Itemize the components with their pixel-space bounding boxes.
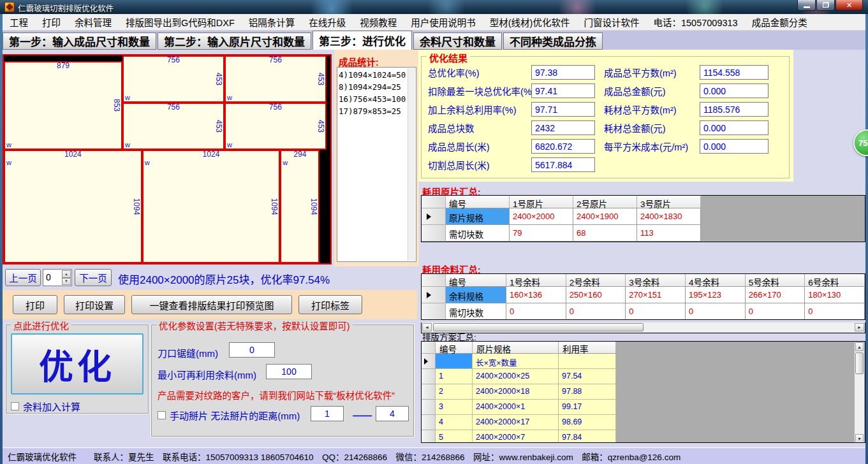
grid-value-cell[interactable]: 0 xyxy=(506,303,566,320)
grid-value-cell[interactable]: 2400×1900 xyxy=(573,208,637,225)
menu-item[interactable]: 型材(线材)优化软件 xyxy=(483,14,577,30)
grid-col-header[interactable]: 1号原片 xyxy=(510,196,573,208)
menu-item[interactable]: 门窗设计软件 xyxy=(577,14,646,30)
grid-value-cell[interactable]: 180×130 xyxy=(805,287,865,303)
optimize-button[interactable]: 优化 xyxy=(11,333,143,395)
plan-id-cell[interactable]: 3 xyxy=(436,400,473,415)
grid-col-header[interactable]: 3号原片 xyxy=(637,196,701,208)
menu-item[interactable]: 电话：15057009313 xyxy=(646,14,744,30)
tab-item[interactable]: 不同种类成品分拣 xyxy=(503,33,603,50)
prev-page-button[interactable]: 上一页 xyxy=(5,269,41,286)
minimize-button[interactable] xyxy=(797,0,816,11)
leftover-hscrollbar[interactable]: ◄ ► xyxy=(421,323,865,333)
plan-spec-cell[interactable]: 长×宽×数量 xyxy=(473,354,559,369)
menu-item[interactable]: 余料管理 xyxy=(68,14,119,30)
result-value-input[interactable] xyxy=(700,139,769,154)
glass-piece[interactable]: 756453w xyxy=(122,103,224,150)
product-stats-list[interactable]: 4)1094×1024=508)1094×294=2516)756×453=10… xyxy=(337,67,416,262)
grid-name-cell[interactable]: 原片规格 xyxy=(446,208,510,225)
menu-item[interactable]: 成品金额分类 xyxy=(745,14,814,30)
plan-id-cell[interactable] xyxy=(436,354,473,369)
plan-spec-cell[interactable]: 2400×2000×1 xyxy=(473,400,559,415)
plan-rate-cell[interactable]: 97.88 xyxy=(559,384,616,400)
grid-col-header[interactable]: 6号余料 xyxy=(805,274,865,287)
grid-value-cell[interactable]: 195×123 xyxy=(686,287,746,303)
scroll-up-icon[interactable]: ▲ xyxy=(855,342,864,351)
plan-spec-cell[interactable]: 2400×2000×25 xyxy=(473,369,559,384)
plan-col-header[interactable]: 利用率 xyxy=(559,342,616,354)
result-value-input[interactable] xyxy=(531,120,595,135)
glass-piece[interactable]: 879853w xyxy=(4,61,122,150)
cutting-layout-diagram[interactable]: 879853w756453w756453w756453w756453w10241… xyxy=(3,54,332,265)
stat-item[interactable]: 16)756×453=100 xyxy=(339,93,416,105)
result-value-input[interactable] xyxy=(531,139,595,154)
menu-item[interactable]: 工程 xyxy=(3,14,35,30)
plan-rate-cell[interactable]: 97.54 xyxy=(559,369,616,384)
break-range-from-input[interactable] xyxy=(311,406,344,421)
manual-break-checkbox[interactable] xyxy=(158,411,166,419)
grid-value-cell[interactable]: 0 xyxy=(566,303,626,320)
grid-value-cell[interactable]: 250×160 xyxy=(566,287,626,303)
spinner-down-icon[interactable]: ▼ xyxy=(62,278,71,286)
grid-value-cell[interactable]: 0 xyxy=(626,303,686,320)
result-value-input[interactable] xyxy=(700,83,769,98)
scroll-right-icon[interactable]: ► xyxy=(855,323,864,331)
result-value-input[interactable] xyxy=(531,102,595,117)
scroll-down-icon[interactable]: ▼ xyxy=(855,434,864,443)
glass-piece[interactable]: 10241094w xyxy=(142,150,281,263)
result-value-input[interactable] xyxy=(700,120,769,135)
tab-item[interactable]: 第二步：输入原片尺寸和数量 xyxy=(158,33,311,50)
stats-scrollbar[interactable] xyxy=(408,68,415,261)
stat-item[interactable]: 17)879×853=25 xyxy=(339,105,416,117)
print-button-1[interactable]: 打印设置 xyxy=(64,295,125,314)
menu-item[interactable]: 用户使用说明书 xyxy=(404,14,483,30)
print-button-2[interactable]: 一键查看排版结果打印预览图 xyxy=(131,295,292,314)
grid-value-cell[interactable]: 0 xyxy=(686,303,746,320)
grid-value-cell[interactable]: 266×170 xyxy=(746,287,805,303)
grid-col-header[interactable]: 1号余料 xyxy=(506,274,566,287)
vscroll-thumb[interactable] xyxy=(855,352,864,374)
min-leftover-input[interactable] xyxy=(266,364,312,379)
menu-item[interactable]: 视频教程 xyxy=(353,14,404,30)
stat-item[interactable]: 8)1094×294=25 xyxy=(339,81,416,93)
glass-piece[interactable]: 2941094w xyxy=(280,150,320,263)
plan-spec-cell[interactable]: 2400×2000×7 xyxy=(473,430,559,443)
tab-item[interactable]: 第一步：输入成品尺寸和数量 xyxy=(3,33,156,50)
plan-col-header[interactable]: 编号 xyxy=(436,342,473,354)
result-value-input[interactable] xyxy=(700,65,769,80)
print-button-0[interactable]: 打印 xyxy=(13,295,57,314)
grid-col-header[interactable]: 3号余料 xyxy=(626,274,686,287)
plan-id-cell[interactable]: 1 xyxy=(436,369,473,384)
grid-name-cell[interactable]: 余料规格 xyxy=(446,287,506,303)
restore-button[interactable] xyxy=(816,0,835,11)
menu-item[interactable]: 排版图导出到G代码和DXF xyxy=(119,14,242,30)
result-value-input[interactable] xyxy=(531,65,595,80)
grid-value-cell[interactable]: 270×151 xyxy=(626,287,686,303)
support-badge[interactable]: 75 xyxy=(853,129,868,156)
glass-piece[interactable]: 756453w xyxy=(224,55,327,103)
spinner-up-icon[interactable]: ▲ xyxy=(62,270,71,278)
grid-col-header[interactable]: 4号余料 xyxy=(686,274,746,287)
break-range-to-input[interactable] xyxy=(376,406,409,421)
grid-value-cell[interactable]: 113 xyxy=(637,225,701,242)
result-value-input[interactable] xyxy=(700,102,769,117)
close-button[interactable]: ✕ xyxy=(835,0,863,11)
menu-item[interactable]: 打印 xyxy=(35,14,68,30)
plan-rate-cell[interactable] xyxy=(559,354,616,369)
grid-col-header[interactable]: 2号原片 xyxy=(573,196,637,208)
stat-item[interactable]: 4)1094×1024=50 xyxy=(339,69,416,81)
print-button-3[interactable]: 打印标签 xyxy=(298,295,362,314)
tab-active[interactable]: 第三步：进行优化 xyxy=(313,31,412,50)
glass-piece[interactable]: 756453w xyxy=(122,55,224,103)
leftover-include-checkbox[interactable] xyxy=(11,402,19,410)
grid-value-cell[interactable]: 160×136 xyxy=(506,287,566,303)
plan-rate-cell[interactable]: 99.17 xyxy=(559,400,616,415)
kerf-input[interactable] xyxy=(229,342,275,358)
tab-item[interactable]: 余料尺寸和数量 xyxy=(413,33,502,50)
grid-value-cell[interactable]: 79 xyxy=(510,225,573,242)
plan-id-cell[interactable]: 2 xyxy=(436,384,473,400)
plan-id-cell[interactable]: 5 xyxy=(436,430,473,443)
grid-name-cell[interactable]: 需切块数 xyxy=(446,225,510,242)
grid-col-header[interactable]: 2号余料 xyxy=(566,274,626,287)
plan-spec-cell[interactable]: 2400×2000×17 xyxy=(473,415,559,430)
